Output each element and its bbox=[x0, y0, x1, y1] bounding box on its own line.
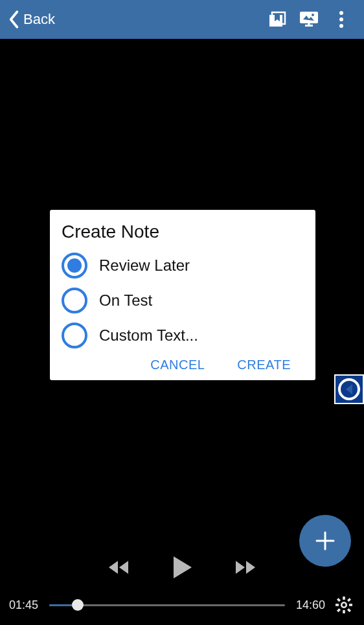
radio-icon bbox=[62, 253, 87, 278]
back-label: Back bbox=[23, 11, 55, 28]
fast-forward-icon bbox=[232, 558, 258, 576]
radio-icon bbox=[62, 323, 87, 348]
svg-marker-12 bbox=[119, 561, 128, 574]
slideshow-button[interactable] bbox=[293, 3, 325, 36]
svg-rect-16 bbox=[343, 597, 345, 600]
play-button[interactable] bbox=[171, 555, 193, 580]
slideshow-icon bbox=[298, 10, 320, 29]
svg-point-7 bbox=[339, 17, 343, 21]
gear-icon bbox=[335, 596, 353, 614]
bookmark-collection-button[interactable] bbox=[260, 3, 293, 36]
create-button[interactable]: CREATE bbox=[237, 358, 291, 372]
seek-bar[interactable] bbox=[49, 597, 285, 613]
svg-marker-14 bbox=[236, 561, 245, 574]
create-note-dialog: Create Note Review Later On Test Custom … bbox=[50, 210, 315, 380]
video-content-area: Create Note Review Later On Test Custom … bbox=[0, 39, 364, 625]
cancel-button[interactable]: CANCEL bbox=[150, 358, 205, 372]
fast-forward-button[interactable] bbox=[232, 558, 258, 576]
track-background bbox=[49, 604, 285, 606]
bookmark-collection-icon bbox=[266, 9, 287, 30]
radio-label: On Test bbox=[99, 291, 152, 310]
playback-controls bbox=[0, 555, 364, 580]
svg-marker-15 bbox=[246, 561, 255, 574]
radio-option-custom-text[interactable]: Custom Text... bbox=[62, 323, 304, 348]
svg-rect-22 bbox=[347, 598, 351, 602]
seek-thumb bbox=[72, 599, 84, 611]
app-header: Back bbox=[0, 0, 364, 39]
back-button[interactable]: Back bbox=[6, 10, 55, 29]
svg-point-8 bbox=[339, 24, 343, 28]
plus-icon bbox=[314, 530, 336, 552]
svg-point-3 bbox=[312, 14, 314, 16]
radio-icon bbox=[62, 288, 87, 313]
svg-marker-11 bbox=[109, 561, 118, 574]
more-menu-button[interactable] bbox=[325, 3, 358, 36]
svg-point-6 bbox=[339, 11, 343, 15]
app-badge-button[interactable] bbox=[334, 374, 364, 404]
svg-rect-18 bbox=[336, 604, 339, 606]
settings-button[interactable] bbox=[333, 594, 355, 616]
more-vertical-icon bbox=[339, 10, 344, 28]
svg-rect-2 bbox=[300, 12, 318, 23]
rewind-icon bbox=[106, 558, 132, 576]
badge-ring-icon bbox=[338, 378, 360, 400]
radio-option-on-test[interactable]: On Test bbox=[62, 288, 304, 313]
progress-row: 01:45 14:60 bbox=[0, 594, 364, 616]
svg-rect-17 bbox=[343, 610, 345, 613]
svg-marker-13 bbox=[174, 556, 192, 578]
current-time: 01:45 bbox=[9, 598, 41, 612]
dialog-title: Create Note bbox=[62, 222, 304, 242]
radio-label: Custom Text... bbox=[99, 326, 198, 345]
play-icon bbox=[171, 555, 193, 580]
svg-rect-20 bbox=[337, 598, 341, 602]
radio-label: Review Later bbox=[99, 256, 190, 275]
svg-rect-19 bbox=[349, 604, 352, 606]
svg-rect-5 bbox=[308, 23, 310, 25]
svg-rect-23 bbox=[337, 608, 341, 612]
rewind-button[interactable] bbox=[106, 558, 132, 576]
total-time: 14:60 bbox=[293, 598, 325, 612]
radio-option-review-later[interactable]: Review Later bbox=[62, 253, 304, 278]
app-root: Back bbox=[0, 0, 364, 625]
svg-rect-21 bbox=[347, 608, 351, 612]
chevron-left-icon bbox=[6, 10, 21, 29]
dialog-actions: CANCEL CREATE bbox=[62, 358, 304, 372]
play-left-icon bbox=[346, 384, 352, 394]
